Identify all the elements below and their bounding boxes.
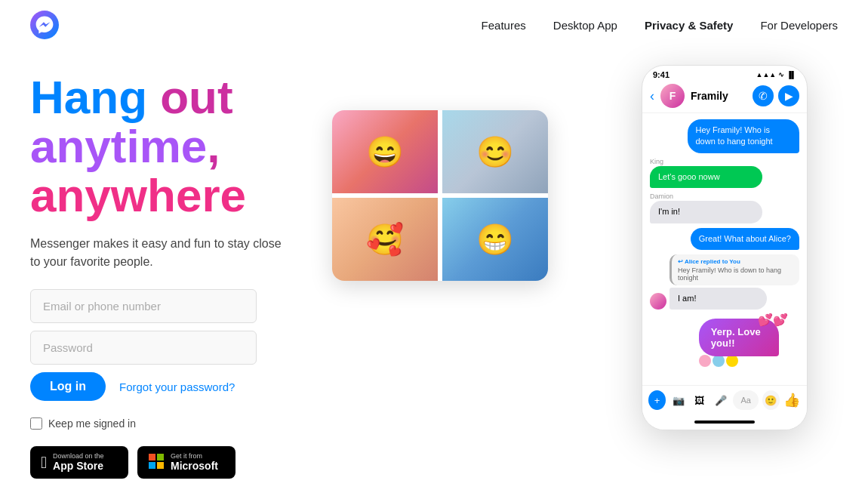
message-3-container: Damion I'm in! xyxy=(650,193,799,223)
password-field[interactable] xyxy=(30,331,257,365)
login-actions: Log in Forgot your password? xyxy=(30,372,347,401)
home-bar xyxy=(694,421,755,424)
emoji-icon[interactable]: 🙂 xyxy=(762,390,780,410)
message-5-content: ↩ Alice replied to You Hey Framily! Who … xyxy=(669,254,799,310)
phone-chat-header: ‹ F Framily ✆ ▶ xyxy=(642,79,807,113)
appstore-button[interactable]:  Download on the App Store xyxy=(30,446,128,479)
microsoft-text: Get it from Microsoft xyxy=(171,452,218,473)
svg-rect-2 xyxy=(157,454,164,461)
email-field[interactable] xyxy=(30,289,257,323)
navbar: Features Desktop App Privacy & Safety Fo… xyxy=(0,0,868,50)
video-cell-2: 😊 xyxy=(442,110,548,193)
message-1-bubble: Hey Framily! Who is down to hang tonight xyxy=(688,119,800,153)
microsoft-small-text: Get it from xyxy=(171,452,218,460)
reaction-avatars xyxy=(699,355,799,367)
video-cell-3: 🥰 xyxy=(332,198,438,281)
home-indicator xyxy=(642,414,807,430)
reaction-avatar-3 xyxy=(726,355,738,367)
microsoft-button[interactable]: Get it from Microsoft xyxy=(137,446,235,479)
message-4-bubble: Great! What about Alice? xyxy=(691,228,799,250)
call-icon[interactable]: ✆ xyxy=(753,85,774,106)
header-action-icons: ✆ ▶ xyxy=(753,85,799,106)
apple-icon:  xyxy=(41,454,47,471)
svg-point-0 xyxy=(30,11,59,39)
svg-rect-1 xyxy=(149,454,155,461)
phone-status-bar: 9:41 ▲▲▲ ∿ ▐▌ xyxy=(642,66,807,79)
battery-icon: ▐▌ xyxy=(786,71,796,79)
message-3-bubble: I'm in! xyxy=(650,201,762,223)
reply-box: ↩ Alice replied to You Hey Framily! Who … xyxy=(669,254,799,285)
message-3-sender: Damion xyxy=(650,193,799,200)
reaction-avatar-2 xyxy=(713,355,725,367)
left-panel: Hang out anytime, anywhere Messenger mak… xyxy=(30,65,347,479)
windows-icon xyxy=(148,453,165,473)
login-button[interactable]: Log in xyxy=(30,372,106,401)
mic-icon[interactable]: 🎤 xyxy=(712,390,729,410)
nav-developers[interactable]: For Developers xyxy=(760,19,838,32)
nav-features[interactable]: Features xyxy=(482,19,526,32)
face-3: 🥰 xyxy=(332,198,438,281)
reply-header: ↩ Alice replied to You xyxy=(678,258,793,265)
right-panel: 😄 😊 🥰 😁 9:41 ▲▲▲ ∿ ▐▌ xyxy=(347,65,838,479)
image-icon[interactable]: 🖼 xyxy=(691,390,708,410)
hero-subtitle: Messenger makes it easy and fun to stay … xyxy=(30,235,287,271)
contact-avatar: F xyxy=(660,84,685,108)
download-buttons:  Download on the App Store Ge xyxy=(30,446,347,479)
appstore-big-text: App Store xyxy=(53,460,104,473)
chat-area: Hey Framily! Who is down to hang tonight… xyxy=(642,113,807,385)
face-1: 😄 xyxy=(332,110,438,193)
phone-mockup: 9:41 ▲▲▲ ∿ ▐▌ ‹ F Framily ✆ ▶ xyxy=(642,65,808,430)
video-cell-1: 😄 xyxy=(332,110,438,193)
appstore-text: Download on the App Store xyxy=(53,452,104,473)
video-cell-4: 😁 xyxy=(442,198,548,281)
keep-signed-row: Keep me signed in xyxy=(30,417,347,430)
message-2-bubble: Let's gooo noww xyxy=(650,166,762,188)
video-call-icon[interactable]: ▶ xyxy=(778,85,799,106)
hero-title: Hang out anytime, anywhere xyxy=(30,72,347,220)
hero-comma: , xyxy=(207,120,220,172)
microsoft-big-text: Microsoft xyxy=(171,460,218,473)
video-call-grid: 😄 😊 🥰 😁 xyxy=(332,110,548,281)
wifi-icon: ∿ xyxy=(778,71,784,79)
hero-word-anytime: anytime xyxy=(30,120,207,172)
camera-icon[interactable]: 📷 xyxy=(669,390,687,410)
phone-time: 9:41 xyxy=(653,70,669,79)
hero-word-out: out xyxy=(160,71,232,123)
add-icon[interactable]: + xyxy=(648,390,666,410)
face-4: 😁 xyxy=(442,198,548,281)
keep-signed-checkbox[interactable] xyxy=(30,417,42,430)
main-content: Hang out anytime, anywhere Messenger mak… xyxy=(0,50,868,479)
contact-name: Framily xyxy=(691,90,746,102)
message-input[interactable]: Aa xyxy=(733,390,758,410)
message-5-avatar xyxy=(650,293,666,310)
svg-rect-4 xyxy=(157,462,164,469)
status-icons: ▲▲▲ ∿ ▐▌ xyxy=(756,71,797,79)
back-arrow-icon[interactable]: ‹ xyxy=(650,88,654,104)
signal-icon: ▲▲▲ xyxy=(756,71,777,79)
message-5-container: ↩ Alice replied to You Hey Framily! Who … xyxy=(650,254,799,310)
appstore-small-text: Download on the xyxy=(53,452,104,460)
face-2: 😊 xyxy=(442,110,548,193)
hearts-decoration: 💕💕 xyxy=(758,313,788,327)
forgot-password-link[interactable]: Forgot your password? xyxy=(119,380,235,393)
hero-word-anywhere: anywhere xyxy=(30,169,246,221)
svg-rect-3 xyxy=(149,462,155,469)
message-6-bubble: Yerp. Love you!! 💕💕 xyxy=(699,319,780,356)
message-2-container: King Let's gooo noww xyxy=(650,158,799,188)
nav-privacy-safety[interactable]: Privacy & Safety xyxy=(645,19,734,32)
keep-signed-label: Keep me signed in xyxy=(48,417,136,430)
nav-desktop-app[interactable]: Desktop App xyxy=(553,19,617,32)
input-placeholder: Aa xyxy=(740,396,750,405)
hero-word-hang: Hang xyxy=(30,71,160,123)
reaction-avatar-1 xyxy=(699,355,711,367)
message-2-sender: King xyxy=(650,158,799,165)
nav-links: Features Desktop App Privacy & Safety Fo… xyxy=(482,19,838,32)
phone-input-bar: + 📷 🖼 🎤 Aa 🙂 👍 xyxy=(642,385,807,414)
logo[interactable] xyxy=(30,11,59,39)
like-icon[interactable]: 👍 xyxy=(783,390,801,410)
message-5-bubble: I am! xyxy=(669,288,767,310)
message-6-container: Yerp. Love you!! 💕💕 xyxy=(699,319,799,367)
reply-quoted-text: Hey Framily! Who is down to hang tonight xyxy=(678,266,793,282)
